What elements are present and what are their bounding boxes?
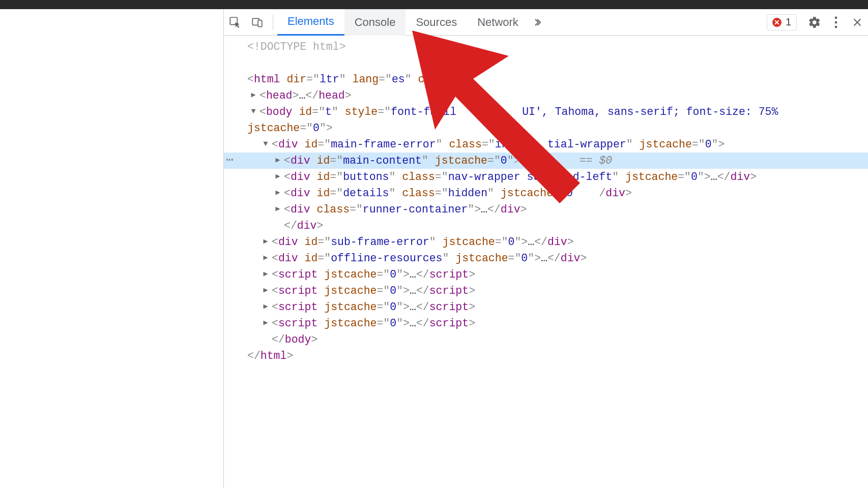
- svg-point-5: [835, 25, 837, 28]
- dom-node-body-open-wrap[interactable]: jstcache="0">: [224, 120, 868, 136]
- dom-node-offline-resources[interactable]: <div id="offline-resources" jstcache="0"…: [224, 250, 868, 266]
- close-devtools-icon[interactable]: [847, 9, 868, 36]
- dom-node-runner-container[interactable]: <div class="runner-container">…</div>: [224, 201, 868, 218]
- expand-icon[interactable]: [274, 201, 282, 218]
- expand-icon[interactable]: [262, 250, 270, 266]
- svg-point-3: [835, 16, 837, 19]
- dom-node-close-div[interactable]: </div>: [224, 218, 868, 234]
- dom-node-details[interactable]: <div id="details" class="hidden" jstcach…: [224, 185, 868, 201]
- dom-node-head[interactable]: <head>…</head>: [224, 87, 868, 104]
- expand-icon[interactable]: [274, 152, 282, 169]
- devtools-panel: Elements Console Sources Network ✕ 1: [224, 9, 868, 488]
- expand-icon[interactable]: [274, 185, 282, 201]
- tab-console[interactable]: Console: [344, 9, 406, 36]
- dom-tree[interactable]: <!DOCTYPE html> <html dir="ltr" lang="es…: [224, 36, 868, 364]
- dom-node-html-open[interactable]: <html dir="ltr" lang="es" clas: [224, 55, 868, 87]
- expand-icon[interactable]: [262, 283, 270, 299]
- collapse-icon[interactable]: [249, 104, 257, 120]
- dom-node-doctype[interactable]: <!DOCTYPE html>: [224, 39, 868, 55]
- device-toolbar-icon[interactable]: [246, 9, 269, 36]
- error-count-chip[interactable]: ✕ 1: [767, 14, 797, 30]
- dom-node-main-frame-error[interactable]: <div id="main-frame-error" class="inter …: [224, 136, 868, 152]
- tab-label: Console: [355, 16, 396, 29]
- expand-icon[interactable]: [262, 266, 270, 283]
- collapse-icon[interactable]: [262, 136, 270, 152]
- dom-node-script-3[interactable]: <script jstcache="0">…</script>: [224, 299, 868, 315]
- tabs-overflow-icon[interactable]: [529, 16, 549, 28]
- tab-network[interactable]: Network: [467, 9, 529, 36]
- inspect-element-icon[interactable]: [224, 9, 246, 36]
- devtools-tabbar: Elements Console Sources Network ✕ 1: [224, 9, 868, 36]
- more-menu-icon[interactable]: [825, 9, 847, 36]
- dom-node-body-open[interactable]: <body id="t" style="font-famil UI', Taho…: [224, 104, 868, 120]
- tab-sources[interactable]: Sources: [406, 9, 467, 36]
- browser-chrome-top: [0, 0, 868, 9]
- tab-label: Elements: [287, 15, 334, 28]
- dom-node-buttons[interactable]: <div id="buttons" class="nav-wrapper sug…: [224, 169, 868, 185]
- separator: [273, 15, 273, 30]
- tab-elements[interactable]: Elements: [277, 9, 344, 36]
- error-icon: ✕: [772, 18, 782, 27]
- main-row: Elements Console Sources Network ✕ 1: [0, 9, 868, 488]
- tab-label: Network: [477, 16, 518, 29]
- dom-node-script-4[interactable]: <script jstcache="0">…</script>: [224, 315, 868, 331]
- dom-node-close-html[interactable]: </html>: [224, 348, 868, 364]
- expand-icon[interactable]: [262, 234, 270, 250]
- dom-node-script-2[interactable]: <script jstcache="0">…</script>: [224, 283, 868, 299]
- dom-node-script-1[interactable]: <script jstcache="0">…</script>: [224, 266, 868, 283]
- dom-node-main-content[interactable]: <div id="main-content" jstcache="0">…</ …: [224, 152, 868, 169]
- dom-node-close-body[interactable]: </body>: [224, 331, 868, 348]
- expand-icon[interactable]: [274, 169, 282, 185]
- settings-icon[interactable]: [804, 9, 825, 36]
- svg-rect-2: [258, 20, 262, 26]
- expand-icon[interactable]: [262, 315, 270, 331]
- rendered-page-pane: [0, 9, 224, 488]
- expand-icon[interactable]: [262, 299, 270, 315]
- tab-label: Sources: [416, 16, 457, 29]
- dom-node-sub-frame-error[interactable]: <div id="sub-frame-error" jstcache="0">……: [224, 234, 868, 250]
- expand-icon[interactable]: [249, 87, 257, 104]
- html-open-code: <html dir="ltr" lang="es" clas: [247, 55, 444, 87]
- error-count: 1: [786, 16, 791, 28]
- svg-point-4: [835, 21, 837, 23]
